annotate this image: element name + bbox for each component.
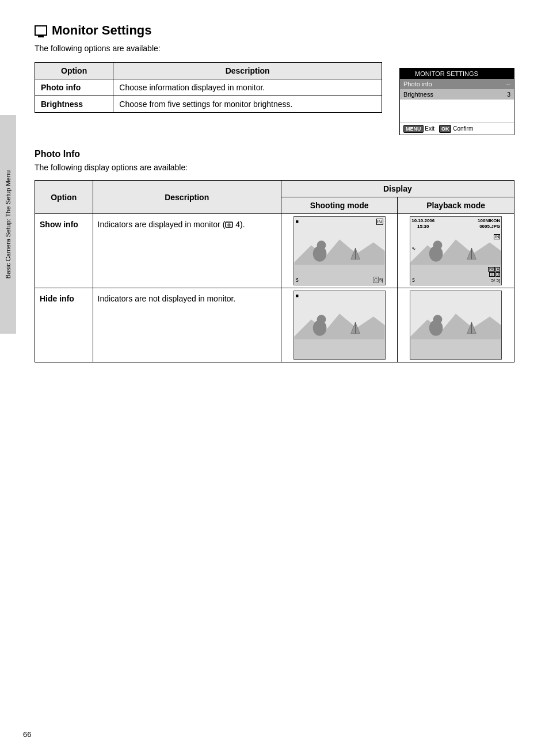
desc-hide-info: Indicators are not displayed in monitor. bbox=[93, 288, 281, 362]
5m-overlay-play: 5̾ bbox=[412, 278, 415, 283]
col-option-header: Option bbox=[35, 63, 113, 79]
col-playback-header: Playback mode bbox=[398, 197, 514, 214]
cam-icon-overlay: ■ bbox=[296, 219, 299, 224]
photo-info-subtitle: The following display options are availa… bbox=[35, 163, 514, 172]
option-photo-info: Photo info bbox=[35, 79, 113, 96]
desc-show-info: Indicators are dis­played in monitor ( 4… bbox=[93, 214, 281, 288]
bottom-right-icons: OKA ☺U bbox=[488, 267, 501, 277]
svg-point-14 bbox=[433, 240, 443, 250]
5m-overlay-shoot: 5̾ bbox=[296, 278, 299, 283]
desc-brightness: Choose from five settings for monitor br… bbox=[113, 96, 382, 113]
memory-overlay-play: IN bbox=[494, 234, 500, 239]
menu-item-photo-info: Photo info -- bbox=[400, 79, 514, 89]
cam-display-shoot-hide: ■ bbox=[293, 291, 386, 360]
menu-footer: MENU Exit OK Confirm bbox=[400, 123, 514, 135]
monitor-icon bbox=[35, 25, 47, 36]
cam-display-shoot-show: ■ IN 5̾ C 5] bbox=[293, 216, 386, 285]
menu-item-brightness: Brightness 3 bbox=[400, 89, 514, 100]
memory-overlay-shoot: IN bbox=[376, 219, 383, 225]
page-number: 66 bbox=[23, 730, 31, 739]
svg-point-7 bbox=[317, 240, 326, 250]
option-show-info: Show info bbox=[35, 214, 93, 288]
menu-monitor-icon bbox=[403, 71, 411, 77]
col-option-header2: Option bbox=[35, 181, 93, 214]
playback-display-hide bbox=[398, 288, 514, 362]
desc-photo-info: Choose information displayed in monitor. bbox=[113, 79, 382, 96]
col-shooting-header: Shooting mode bbox=[281, 197, 398, 214]
scene-svg-shoot-show bbox=[294, 217, 385, 285]
page-subtitle: The following options are available: bbox=[35, 44, 514, 53]
option-hide-info: Hide info bbox=[35, 288, 93, 362]
shooting-display-hide: ■ bbox=[281, 288, 398, 362]
menu-screenshot: MONITOR SETTINGS Photo info -- Brightnes… bbox=[399, 68, 514, 135]
bottom-right-play: 5/ 5] bbox=[491, 278, 501, 283]
ok-key: OK bbox=[439, 125, 452, 133]
svg-rect-26 bbox=[411, 339, 501, 359]
svg-point-28 bbox=[433, 315, 443, 324]
svg-rect-5 bbox=[294, 265, 384, 285]
menu-title-bar: MONITOR SETTINGS bbox=[400, 68, 514, 79]
table-row: Photo info Choose information displayed … bbox=[35, 79, 382, 96]
menu-key: MENU bbox=[403, 125, 424, 133]
photo-info-heading: Photo Info bbox=[35, 149, 514, 159]
options-table: Option Description Photo info Choose inf… bbox=[35, 62, 382, 113]
col-display-header: Display bbox=[281, 181, 514, 197]
col-desc-header2: Description bbox=[93, 181, 281, 214]
table-row-hide-info: Hide info Indicators are not displayed i… bbox=[35, 288, 514, 362]
wave-icon: ∿ bbox=[411, 246, 416, 251]
sidebar-label: Basic Camera Setup: The Setup Menu bbox=[0, 115, 16, 334]
page-title: Monitor Settings bbox=[35, 23, 514, 38]
bracket-overlay-shoot: C 5] bbox=[373, 277, 383, 283]
indicator-icon bbox=[225, 222, 233, 228]
photo-info-table: Option Description Display Shooting mode… bbox=[35, 180, 514, 362]
col-description-header: Description bbox=[113, 63, 382, 79]
svg-rect-19 bbox=[294, 339, 384, 359]
scene-svg-play-hide bbox=[410, 291, 501, 359]
date-overlay: 10.10.200615:30 bbox=[411, 218, 434, 230]
cam-display-play-hide bbox=[410, 291, 502, 360]
table-row-show-info: Show info Indicators are dis­played in m… bbox=[35, 214, 514, 288]
file-overlay: 100NIKON0005.JPG bbox=[478, 218, 500, 230]
svg-point-21 bbox=[317, 315, 326, 324]
playback-display-show: 10.10.200615:30 100NIKON0005.JPG IN ∿ OK… bbox=[398, 214, 514, 288]
cam-display-play-show: 10.10.200615:30 100NIKON0005.JPG IN ∿ OK… bbox=[410, 216, 502, 285]
top-section: Option Description Photo info Choose inf… bbox=[35, 62, 514, 135]
scene-svg-shoot-hide bbox=[294, 291, 385, 359]
shooting-display-show: ■ IN 5̾ C 5] bbox=[281, 214, 398, 288]
cam-icon-only: ■ bbox=[296, 293, 299, 299]
table-row: Brightness Choose from five settings for… bbox=[35, 96, 382, 113]
option-brightness: Brightness bbox=[35, 96, 113, 113]
options-table-wrap: Option Description Photo info Choose inf… bbox=[35, 62, 382, 135]
